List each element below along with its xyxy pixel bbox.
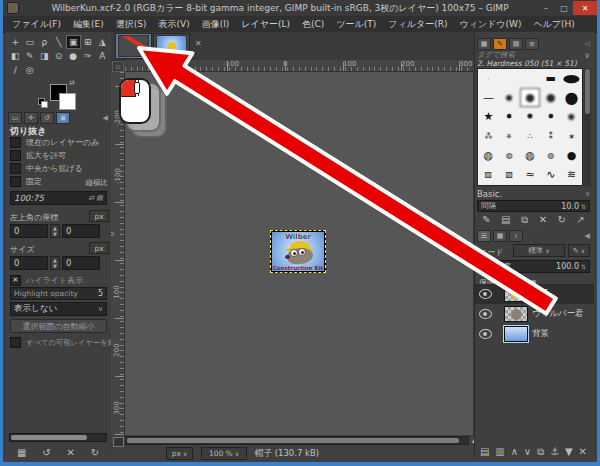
layer-row[interactable]: 帽子 (475, 284, 594, 304)
menu-view[interactable]: 表示(V) (154, 17, 195, 32)
menu-layer[interactable]: レイヤー(L) (236, 17, 295, 32)
fixed-row[interactable]: 固定 (10, 176, 42, 187)
swap-colors-icon[interactable]: ⇄ (69, 79, 75, 87)
tool-scissors-select[interactable]: ╲ (52, 35, 67, 49)
fixed-checkbox[interactable] (10, 176, 21, 187)
brush-cell[interactable]: ◍ (540, 146, 561, 165)
brush-spacing-slider[interactable]: 間隔 10.0 ⇅ (477, 200, 590, 212)
tool-move[interactable]: + (8, 35, 23, 49)
image-tab-screenshot[interactable] (115, 33, 152, 59)
fonts-tab[interactable]: ▤ (509, 38, 523, 50)
tool-paths[interactable]: ✑ (81, 49, 96, 63)
duplicate-brush-icon[interactable]: ⧉ (521, 214, 528, 226)
brush-cell[interactable]: ◍ (499, 146, 520, 165)
new-layer-group-icon[interactable]: ▥ (495, 446, 504, 457)
tab-close-icon[interactable]: ✕ (195, 39, 202, 48)
delete-brush-icon[interactable]: ✕ (539, 214, 547, 225)
position-unit-chip[interactable]: px (89, 210, 109, 222)
brush-grid-scrollbar[interactable] (584, 68, 591, 186)
tool-free-select[interactable]: ρ (37, 35, 52, 49)
auto-shrink-button[interactable]: 選択範囲の自動縮小 (10, 319, 107, 333)
tool-clone[interactable]: ⊙ (52, 49, 67, 63)
paths-tab[interactable]: ≀ (509, 230, 523, 242)
highlight-checkbox[interactable]: ✕ (10, 275, 21, 286)
dock-arrow-icon[interactable]: ◀ (103, 114, 108, 122)
brush-cell[interactable]: · (478, 69, 499, 88)
brush-cell[interactable]: ◍ (520, 146, 541, 165)
device-status-tab[interactable]: ✛ (24, 112, 38, 124)
brush-cell[interactable]: ▧ (499, 165, 520, 184)
opacity-slider[interactable]: 不透明度 100.0 ⇅ (477, 260, 590, 273)
menu-image[interactable]: 画像(I) (197, 17, 235, 32)
merge-down-icon[interactable]: ▼ (565, 446, 573, 457)
tool-smudge[interactable]: ● (66, 49, 81, 63)
tool-options-scrollbar[interactable] (9, 433, 107, 442)
open-brush-as-image-icon[interactable]: ↗ (576, 214, 584, 225)
reset-options-icon[interactable]: ↻ (91, 447, 99, 458)
tool-rectangle-select[interactable]: ▭ (23, 35, 38, 49)
menu-file[interactable]: ファイル(F) (7, 17, 66, 32)
brush-cell[interactable] (499, 69, 520, 88)
document-history-tab[interactable]: ≡ (525, 38, 539, 50)
crop-option-checkbox[interactable] (10, 137, 21, 148)
image-tab-wilber[interactable] (153, 33, 190, 59)
layer-thumbnail[interactable] (504, 286, 528, 302)
shrink-merged-checkbox[interactable] (10, 337, 21, 348)
brush-cell[interactable]: ● (520, 88, 541, 107)
layer-thumbnail[interactable] (504, 326, 528, 342)
menu-help[interactable]: ヘルプ(H) (528, 17, 579, 32)
visibility-eye-icon[interactable] (479, 289, 492, 299)
brush-cell[interactable]: ● (561, 88, 582, 107)
brush-cell[interactable]: ✺ (520, 107, 541, 126)
unit-dropdown[interactable]: px ∨ (166, 447, 193, 460)
delete-layer-icon[interactable]: ✕ (579, 446, 587, 457)
default-colors-icon[interactable] (38, 98, 47, 107)
brush-cell[interactable] (520, 69, 541, 88)
zoom-dropdown[interactable]: 100 % ∨ (201, 447, 247, 460)
crop-option-checkbox[interactable] (10, 150, 21, 161)
brush-cell[interactable]: ∴ (520, 127, 541, 146)
brush-cell[interactable]: ≈ (520, 165, 541, 184)
layer-row[interactable]: 背景 (475, 324, 594, 344)
menu-colors[interactable]: 色(C) (297, 17, 329, 32)
refresh-brushes-icon[interactable]: ↻ (557, 214, 565, 225)
brush-cell[interactable]: ⁂ (478, 127, 499, 146)
tool-crop[interactable]: ▣ (66, 35, 81, 49)
brush-cell[interactable]: ● (561, 146, 582, 165)
swap-aspect-icon[interactable]: ⇄ ▤ (88, 194, 103, 202)
chevron-down-icon[interactable]: ∨ (584, 51, 590, 60)
background-color-swatch[interactable] (59, 93, 76, 110)
tool-bucket-fill[interactable]: ◧ (8, 49, 23, 63)
brush-cell[interactable]: ≋ (561, 165, 582, 184)
brush-cell[interactable]: ● (561, 107, 582, 126)
brushes-tab[interactable]: ✎ (493, 38, 507, 50)
delete-preset-icon[interactable]: ✕ (66, 447, 74, 458)
tool-options-tab[interactable]: ▭ (8, 112, 22, 124)
dock-arrow-icon[interactable]: ◀ (585, 232, 590, 240)
crop-option-checkbox[interactable] (10, 163, 21, 174)
brush-cell[interactable]: ⁑ (540, 127, 561, 146)
brush-grid[interactable]: ·▬●—●●●●★✸✺✹●⁂✳∴⁑∗◍◍◍◍●▨▧≈∿≋ (477, 68, 583, 186)
menu-tools[interactable]: ツール(T) (331, 17, 381, 32)
brush-cell[interactable]: ✳ (499, 127, 520, 146)
menu-edit[interactable]: 編集(E) (68, 17, 109, 32)
tool-text[interactable]: A (95, 49, 110, 63)
menu-select[interactable]: 選択(S) (111, 17, 152, 32)
size-y-field[interactable]: 0 (62, 256, 100, 270)
guides-dropdown[interactable]: 表示しない ∨ (10, 302, 107, 316)
tool-measure[interactable]: ∕ (8, 63, 23, 77)
brush-cell[interactable]: ● (540, 88, 561, 107)
restore-preset-icon[interactable]: ↺ (42, 447, 50, 458)
undo-history-tab[interactable]: ↺ (40, 112, 54, 124)
tool-eraser[interactable]: ◨ (37, 49, 52, 63)
brush-cell[interactable]: — (478, 88, 499, 107)
ruler-corner-icon[interactable]: ⊡ (112, 61, 124, 72)
duplicate-layer-icon[interactable]: ⧉ (537, 446, 544, 458)
lower-layer-icon[interactable]: ∨ (524, 446, 531, 457)
minimize-button[interactable]: – (537, 1, 555, 15)
brush-cell[interactable]: ∿ (540, 165, 561, 184)
layers-tab[interactable]: ☰ (477, 230, 491, 242)
raise-layer-icon[interactable]: ∧ (511, 446, 518, 457)
mode-dropdown[interactable]: 標準 ∨ (513, 244, 565, 257)
highlight-row[interactable]: ✕ ハイライト表示 (10, 275, 83, 286)
